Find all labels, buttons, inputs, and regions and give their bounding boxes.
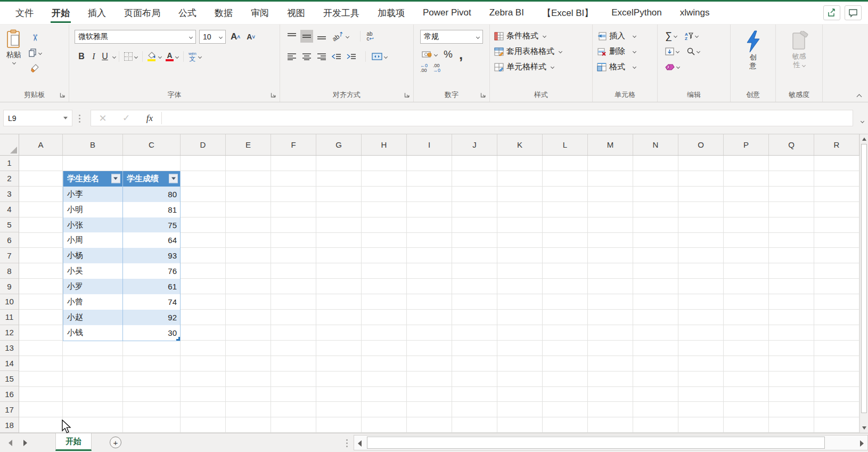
select-all-corner[interactable]	[0, 134, 19, 155]
filter-dropdown-button[interactable]	[169, 174, 178, 183]
row-header-9[interactable]: 9	[0, 279, 19, 294]
enter-check-icon[interactable]: ✓	[114, 112, 138, 124]
row-header-5[interactable]: 5	[0, 217, 19, 233]
share-button[interactable]	[823, 5, 840, 20]
scroll-right-arrow-icon[interactable]	[860, 440, 864, 447]
column-header-G[interactable]: G	[316, 134, 362, 155]
phonetic-guide-button[interactable]: wén 文	[187, 50, 203, 63]
column-header-D[interactable]: D	[181, 134, 226, 155]
column-header-K[interactable]: K	[497, 134, 543, 155]
student-name-cell[interactable]: 小周	[63, 232, 123, 248]
cancel-icon[interactable]: ✕	[91, 112, 114, 124]
column-header-P[interactable]: P	[724, 134, 769, 155]
column-header-I[interactable]: I	[407, 134, 452, 155]
student-score-cell[interactable]: 80	[123, 187, 180, 202]
student-score-cell[interactable]: 75	[123, 217, 180, 233]
next-sheet-arrow[interactable]	[23, 440, 27, 446]
decrease-indent-button[interactable]	[330, 50, 343, 63]
increase-font-size-button[interactable]: A˄	[229, 30, 242, 43]
menu-tab-页面布局[interactable]: 页面布局	[115, 2, 169, 24]
format-as-table-button[interactable]: 套用表格格式	[490, 45, 592, 58]
student-score-cell[interactable]: 61	[123, 279, 180, 294]
student-score-cell[interactable]: 76	[123, 263, 180, 279]
column-header-Q[interactable]: Q	[769, 134, 814, 155]
student-name-cell[interactable]: 小杨	[63, 248, 123, 263]
row-header-4[interactable]: 4	[0, 202, 19, 217]
column-header-C[interactable]: C	[123, 134, 181, 155]
student-score-cell[interactable]: 74	[123, 294, 180, 310]
student-name-cell[interactable]: 小李	[63, 187, 123, 202]
row-header-6[interactable]: 6	[0, 232, 19, 248]
align-middle-button[interactable]	[300, 30, 313, 43]
clipboard-dialog-launcher[interactable]	[60, 92, 66, 99]
orientation-button[interactable]: ab↗	[330, 30, 350, 43]
conditional-formatting-button[interactable]: 条件格式	[490, 29, 592, 43]
new-sheet-button[interactable]: +	[110, 437, 121, 448]
student-name-cell[interactable]: 小吴	[63, 263, 123, 279]
row-header-10[interactable]: 10	[0, 294, 19, 310]
horizontal-scrollbar[interactable]	[354, 435, 868, 450]
paste-button[interactable]: 粘贴	[5, 29, 22, 75]
vertical-scrollbar-thumb[interactable]	[861, 144, 867, 413]
menu-tab-数据[interactable]: 数据	[206, 2, 242, 24]
scroll-down-arrow-icon[interactable]	[862, 426, 866, 430]
alignment-dialog-launcher[interactable]	[404, 92, 411, 99]
table-header-学生姓名[interactable]: 学生姓名	[63, 171, 123, 187]
borders-button[interactable]	[122, 50, 139, 63]
formula-bar-resize-handle[interactable]	[79, 112, 80, 125]
align-left-button[interactable]	[285, 50, 298, 63]
row-header-16[interactable]: 16	[0, 386, 19, 402]
menu-tab-开始[interactable]: 开始	[43, 2, 79, 24]
increase-decimal-button[interactable]: ←0.00	[420, 63, 428, 73]
copy-button[interactable]	[27, 46, 43, 59]
menu-tab-审阅[interactable]: 审阅	[242, 2, 278, 24]
comments-button[interactable]	[845, 5, 862, 20]
underline-button[interactable]: U	[100, 50, 110, 63]
menu-tab-Power Pivot[interactable]: Power Pivot	[414, 2, 480, 24]
number-format-select[interactable]: 常规	[420, 30, 483, 44]
creative-button[interactable]: 创 意	[731, 25, 775, 70]
italic-button[interactable]: I	[88, 50, 99, 63]
column-header-M[interactable]: M	[588, 134, 633, 155]
comma-style-button[interactable]: ,	[457, 48, 464, 61]
font-size-select[interactable]: 10	[199, 30, 226, 44]
decrease-font-size-button[interactable]: A˅	[245, 30, 257, 43]
row-header-15[interactable]: 15	[0, 371, 19, 386]
row-header-1[interactable]: 1	[0, 156, 19, 171]
bold-button[interactable]: B	[76, 50, 87, 63]
autosum-button[interactable]: ∑	[665, 29, 677, 42]
student-name-cell[interactable]: 小张	[63, 217, 123, 233]
menu-tab-视图[interactable]: 视图	[278, 2, 314, 24]
find-select-button[interactable]	[686, 45, 700, 58]
row-header-8[interactable]: 8	[0, 263, 19, 279]
column-header-J[interactable]: J	[452, 134, 497, 155]
sort-filter-button[interactable]: AZ	[684, 29, 698, 42]
menu-tab-ExcelPython[interactable]: ExcelPython	[602, 2, 671, 24]
align-right-button[interactable]	[315, 50, 328, 63]
fill-button[interactable]	[665, 45, 679, 58]
menu-tab-xlwings[interactable]: xlwings	[671, 2, 719, 24]
align-top-button[interactable]	[285, 30, 298, 43]
row-header-14[interactable]: 14	[0, 356, 19, 372]
font-color-button[interactable]: A	[164, 50, 180, 63]
sensitivity-button[interactable]: 敏感 性	[776, 25, 822, 69]
menu-tab-公式[interactable]: 公式	[169, 2, 206, 24]
student-score-cell[interactable]: 81	[123, 202, 180, 217]
align-bottom-button[interactable]	[315, 30, 328, 43]
insert-function-button[interactable]: fx	[138, 113, 161, 124]
menu-tab-文件[interactable]: 文件	[6, 2, 43, 24]
expand-formula-bar-button[interactable]	[861, 115, 864, 125]
vertical-scrollbar[interactable]	[859, 134, 868, 433]
decrease-decimal-button[interactable]: .00→0	[433, 63, 440, 73]
table-resize-handle[interactable]	[176, 337, 180, 341]
menu-tab-加载项[interactable]: 加载项	[369, 2, 414, 24]
column-header-E[interactable]: E	[226, 134, 271, 155]
number-dialog-launcher[interactable]	[480, 92, 487, 99]
student-name-cell[interactable]: 小明	[63, 202, 123, 217]
student-score-cell[interactable]: 92	[123, 310, 180, 325]
column-header-N[interactable]: N	[633, 134, 678, 155]
fill-color-button[interactable]	[146, 50, 163, 63]
font-dialog-launcher[interactable]	[271, 92, 277, 99]
format-cells-button[interactable]: 格式	[593, 60, 657, 74]
column-header-A[interactable]: A	[19, 134, 63, 155]
